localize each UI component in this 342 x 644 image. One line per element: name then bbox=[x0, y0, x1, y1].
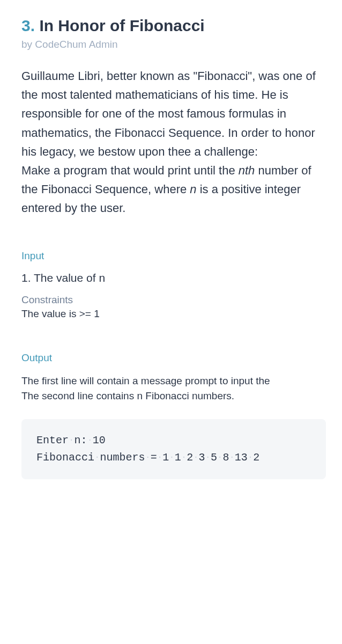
space-dot-icon: · bbox=[169, 453, 174, 462]
code-token: Enter bbox=[36, 434, 69, 447]
byline: by CodeChum Admin bbox=[21, 39, 326, 50]
problem-number: 3. bbox=[21, 17, 35, 34]
problem-title-text: In Honor of Fibonacci bbox=[39, 17, 204, 34]
code-token: = bbox=[151, 451, 157, 464]
code-token: 1 bbox=[175, 451, 181, 464]
space-dot-icon: · bbox=[205, 453, 211, 462]
input-section-label: Input bbox=[21, 250, 326, 262]
description-nth: nth bbox=[239, 164, 255, 177]
code-token: 1 bbox=[162, 451, 169, 464]
code-token: 3 bbox=[199, 451, 205, 464]
space-dot-icon: · bbox=[217, 453, 222, 462]
code-token: 2 bbox=[253, 451, 259, 464]
space-dot-icon: · bbox=[229, 453, 234, 462]
output-line1: The first line will contain a message pr… bbox=[21, 375, 270, 386]
code-token: 13 bbox=[235, 451, 248, 464]
space-dot-icon: · bbox=[94, 453, 100, 462]
description-text-2a: Make a program that would print until th… bbox=[21, 164, 239, 177]
input-item: 1. The value of n bbox=[21, 272, 326, 284]
output-section-label: Output bbox=[21, 352, 326, 364]
output-description: The first line will contain a message pr… bbox=[21, 374, 326, 404]
description-text-1: Guillaume Libri, better known as "Fibona… bbox=[21, 69, 316, 158]
constraints-label: Constraints bbox=[21, 294, 326, 306]
code-line-2: Fibonacci·numbers·=·1·1·2·3·5·8·13·2 bbox=[36, 449, 311, 466]
space-dot-icon: · bbox=[157, 453, 162, 462]
output-line2: The second line contains n Fibonacci num… bbox=[21, 390, 234, 401]
space-dot-icon: · bbox=[181, 453, 187, 462]
sample-output-code: Enter·n:·10 Fibonacci·numbers·=·1·1·2·3·… bbox=[21, 419, 326, 479]
space-dot-icon: · bbox=[248, 453, 253, 462]
code-token: 10 bbox=[93, 434, 106, 447]
code-token: n: bbox=[74, 434, 87, 447]
problem-description: Guillaume Libri, better known as "Fibona… bbox=[21, 67, 326, 218]
code-token: numbers bbox=[100, 451, 145, 464]
code-token: Fibonacci bbox=[36, 451, 94, 464]
code-token: 5 bbox=[211, 451, 217, 464]
space-dot-icon: · bbox=[69, 436, 74, 444]
code-token: 8 bbox=[222, 451, 229, 464]
problem-title: 3. In Honor of Fibonacci bbox=[21, 16, 326, 35]
constraints-text: The value is >= 1 bbox=[21, 308, 326, 320]
description-n: n bbox=[190, 182, 196, 196]
space-dot-icon: · bbox=[145, 453, 150, 462]
code-line-1: Enter·n:·10 bbox=[36, 432, 311, 449]
space-dot-icon: · bbox=[87, 436, 92, 444]
space-dot-icon: · bbox=[193, 453, 198, 462]
code-token: 2 bbox=[187, 451, 193, 464]
